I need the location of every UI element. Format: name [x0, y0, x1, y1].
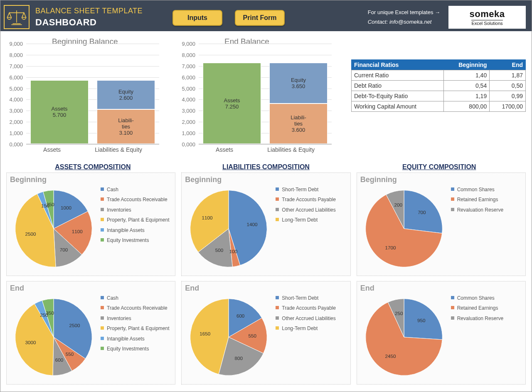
pie-chart-pie_assets_beg: Beginning 100011007002500150250 CashTrad… — [6, 173, 175, 276]
y-tick-label: 6,000 — [179, 74, 195, 80]
y-tick-label: 5,000 — [179, 85, 195, 91]
legend-item: Long-Term Debt — [276, 325, 347, 331]
logo-text: someka — [470, 9, 505, 20]
legend-label: Trade Accounts Receivable — [107, 197, 167, 202]
y-tick-label: 9,000 — [179, 41, 195, 47]
pie-value-label: 1700 — [385, 245, 396, 250]
pie-value-label: 800 — [235, 355, 243, 361]
legend-label: Intangible Assets — [107, 336, 145, 342]
print-form-button[interactable]: Print Form — [235, 10, 285, 26]
y-tick-label: 1,000 — [179, 130, 195, 136]
legend-label: Property, Plant & Equipment — [107, 325, 170, 331]
legend-label: Short-Term Debt — [282, 187, 318, 192]
liabilities-composition-title: LIABILITIES COMPOSITION — [180, 163, 353, 171]
ratio-name: Debt Ratio — [352, 81, 444, 91]
y-tick-label: 2,000 — [179, 119, 195, 125]
ratio-beginning: 1,19 — [444, 91, 490, 101]
y-tick-label: 9,000 — [6, 41, 23, 47]
legend-item: Common Shares — [451, 295, 522, 301]
legend-swatch — [276, 296, 279, 299]
scales-icon — [4, 5, 30, 29]
assets-composition-title: ASSETS COMPOSITION — [6, 163, 180, 171]
y-tick-label: 5,000 — [6, 85, 23, 91]
legend-label: Common Shares — [457, 187, 495, 192]
pie-value-label: 1100 — [202, 215, 213, 220]
contact-info: Contact: info@someka.net — [368, 19, 440, 25]
legend: CashTrade Accounts ReceivableInventories… — [101, 185, 172, 272]
bar-liabilities: Liabili-ties3.100 — [97, 109, 155, 144]
legend-item: Retained Earnings — [451, 197, 522, 202]
legend-label: Long-Term Debt — [282, 325, 318, 331]
legend-label: Property, Plant & Equipment — [107, 217, 170, 223]
pie-plot: 25005506003000250350 — [10, 293, 97, 381]
legend-item: Trade Accounts Payable — [276, 305, 347, 311]
y-tick-label: 6,000 — [6, 74, 23, 80]
ratio-beginning: 800,00 — [444, 101, 490, 112]
pie-value-label: 100 — [229, 249, 238, 254]
legend-item: Trade Accounts Receivable — [101, 305, 172, 311]
pie-value-label: 700 — [60, 247, 68, 252]
legend-label: Revaluation Reserve — [457, 207, 503, 213]
templates-link[interactable]: For unique Excel templates → — [368, 9, 440, 15]
legend-swatch — [101, 238, 104, 242]
legend-swatch — [101, 187, 104, 191]
y-tick-label: 1,000 — [6, 130, 23, 136]
table-row: Debt-To-Equity Ratio1,190,99 — [352, 91, 526, 101]
period-label: End — [10, 284, 172, 293]
inputs-button[interactable]: Inputs — [172, 10, 222, 26]
legend-swatch — [101, 228, 104, 232]
legend: Short-Term DebtTrade Accounts PayableOth… — [276, 293, 347, 381]
table-row: Working Capital Amount800,001700,00 — [352, 101, 526, 112]
table-row: Current Ratio1,401,87 — [352, 70, 526, 81]
legend-label: Inventories — [107, 207, 131, 213]
legend-label: Other Accrued Liabilities — [282, 207, 335, 213]
ratio-end: 1,87 — [490, 70, 526, 81]
legend-swatch — [276, 197, 279, 201]
composition-headers: ASSETS COMPOSITION LIABILITIES COMPOSITI… — [6, 163, 526, 171]
pie-chart-pie_equity_end: End 9502450250 Common SharesRetained Ear… — [357, 281, 526, 385]
period-label: Beginning — [10, 175, 172, 184]
legend: Common SharesRetained EarningsRevaluatio… — [451, 293, 522, 381]
legend-item: Intangible Assets — [101, 336, 172, 342]
legend-label: Trade Accounts Payable — [282, 197, 336, 202]
legend-label: Trade Accounts Payable — [282, 305, 336, 311]
legend-swatch — [451, 208, 454, 211]
legend-label: Retained Earnings — [457, 197, 498, 202]
table-row: Debt Ratio0,540,50 — [352, 81, 526, 91]
legend-label: Revaluation Reserve — [457, 316, 503, 321]
legend-swatch — [101, 218, 104, 221]
bar-equity: Equity2.600 — [97, 80, 155, 109]
legend-swatch — [101, 316, 104, 320]
template-title: BALANCE SHEET TEMPLATE — [35, 7, 143, 15]
ratios-header-end: End — [490, 60, 526, 70]
pie-value-label: 200 — [394, 202, 402, 207]
pie-value-label: 250 — [46, 202, 54, 207]
legend-item: Property, Plant & Equipment — [101, 325, 172, 331]
legend-item: Revaluation Reserve — [451, 316, 522, 321]
legend-swatch — [276, 187, 279, 191]
financial-ratios-table: Financial Ratios Beginning End Current R… — [351, 59, 526, 156]
legend-item: Short-Term Debt — [276, 187, 347, 192]
pie-plot: 6005508001650 — [185, 293, 272, 381]
legend-label: Retained Earnings — [457, 305, 498, 311]
legend-swatch — [101, 296, 104, 299]
legend-label: Short-Term Debt — [282, 295, 318, 301]
x-tick-label: Assets — [216, 146, 233, 153]
pie-plot: 9502450250 — [360, 293, 448, 381]
pie-chart-pie_liab_beg: Beginning 14001005001100 Short-Term Debt… — [181, 173, 350, 276]
pie-plot: 100011007002500150250 — [10, 185, 97, 272]
period-label: Beginning — [360, 175, 522, 184]
legend-item: Intangible Assets — [101, 227, 172, 233]
header: BALANCE SHEET TEMPLATE DASHBOARD Inputs … — [0, 0, 532, 31]
pie-value-label: 250 — [395, 311, 403, 316]
pie-chart-pie_assets_end: End 25005506003000250350 CashTrade Accou… — [6, 281, 175, 385]
legend-label: Equity Investments — [107, 346, 149, 352]
ratio-name: Working Capital Amount — [352, 101, 444, 112]
legend-swatch — [276, 218, 279, 221]
legend-item: Trade Accounts Receivable — [101, 197, 172, 202]
legend-label: Common Shares — [457, 295, 495, 301]
equity-composition-title: EQUITY COMPOSITION — [352, 163, 526, 171]
pie-chart-pie_equity_beg: Beginning 7001700200 Common SharesRetain… — [357, 173, 526, 276]
y-tick-label: 0,000 — [179, 141, 195, 148]
legend-swatch — [451, 197, 454, 201]
